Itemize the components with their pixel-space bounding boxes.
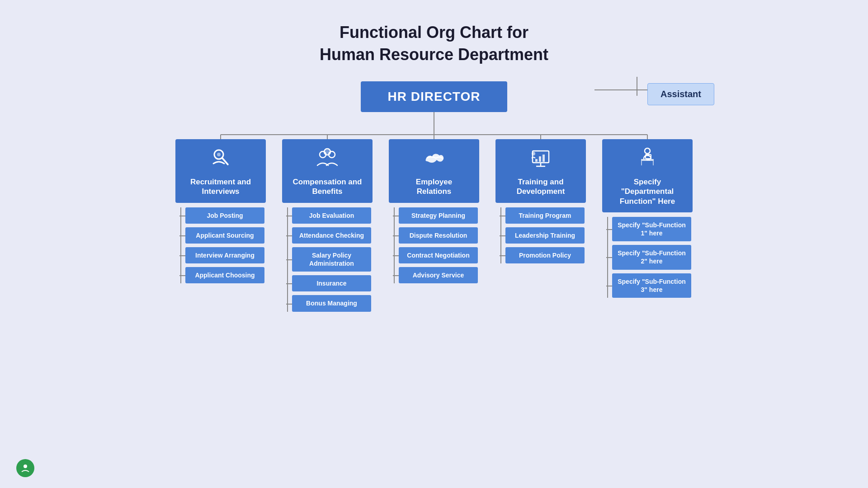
dept-box-custom: Specify "Departmental Function" Here	[602, 139, 693, 212]
recruitment-icon	[209, 146, 232, 173]
sub-item: Job Posting	[185, 207, 264, 224]
sub-item: Specify "Sub-Function 2" here	[612, 245, 691, 269]
page-title: Functional Org Chart for Human Resource …	[0, 0, 868, 66]
director-box: HR DIRECTOR	[361, 81, 508, 112]
sub-item: Strategy Planning	[399, 207, 478, 224]
director-row: HR DIRECTOR Assistant	[118, 77, 750, 112]
sub-item: Attendance Checking	[292, 227, 371, 244]
dept-box-compensation: Compensation and Benefits	[282, 139, 373, 203]
chart-wrapper: HR DIRECTOR Assistant	[118, 77, 750, 312]
sub-item: Training Program	[505, 207, 585, 224]
sub-item: Insurance	[292, 275, 371, 291]
sub-item: Applicant Sourcing	[185, 227, 264, 244]
sub-item: Interview Arranging	[185, 247, 264, 263]
dept-label-employee-relations: Employee Relations	[416, 177, 452, 197]
sub-item: Specify "Sub-Function 3" here	[612, 273, 691, 298]
employee-relations-icon	[422, 146, 446, 173]
svg-rect-17	[539, 156, 541, 162]
training-icon	[529, 146, 552, 173]
dept-box-employee-relations: Employee Relations	[389, 139, 479, 203]
sub-item: Leadership Training	[505, 227, 585, 244]
svg-point-27	[24, 465, 27, 468]
sub-item: Salary Policy Administration	[292, 247, 371, 272]
sub-item: Job Evaluation	[292, 207, 371, 224]
svg-rect-18	[542, 155, 545, 162]
sub-item: Bonus Managing	[292, 295, 371, 311]
sub-items-compensation: Job Evaluation Attendance Checking Salar…	[282, 207, 373, 312]
sub-item: Dispute Resolution	[399, 227, 478, 244]
sub-item: Advisory Service	[399, 267, 478, 283]
dept-custom: Specify "Departmental Function" Here Spe…	[602, 139, 693, 312]
custom-dept-icon	[636, 146, 659, 173]
sub-item: Specify "Sub-Function 1" here	[612, 217, 691, 241]
dept-label-recruitment: Recruitment and Interviews	[190, 177, 251, 197]
dept-box-recruitment: Recruitment and Interviews	[175, 139, 266, 203]
svg-point-12	[324, 149, 330, 155]
svg-point-19	[532, 152, 535, 155]
watermark	[16, 459, 34, 477]
sub-items-employee-relations: Strategy Planning Dispute Resolution Con…	[389, 207, 479, 284]
dept-compensation: Compensation and Benefits Job Evaluation…	[282, 139, 373, 312]
dept-box-training: Training and Development	[495, 139, 586, 203]
sub-item: Contract Negotiation	[399, 247, 478, 263]
assistant-box: Assistant	[647, 83, 714, 105]
sub-items-custom: Specify "Sub-Function 1" here Specify "S…	[602, 217, 693, 298]
svg-point-9	[217, 153, 221, 156]
svg-rect-23	[653, 161, 654, 165]
svg-point-20	[645, 148, 650, 154]
compensation-icon	[316, 146, 339, 173]
dept-training: Training and Development Training Progra…	[495, 139, 586, 312]
sub-item: Applicant Choosing	[185, 267, 264, 283]
sub-items-training: Training Program Leadership Training Pro…	[495, 207, 586, 264]
svg-rect-16	[535, 159, 538, 162]
chart-area: HR DIRECTOR Assistant	[0, 77, 868, 312]
dept-employee-relations: Employee Relations Strategy Planning Dis…	[389, 139, 479, 312]
dept-label-custom: Specify "Departmental Function" Here	[608, 177, 687, 206]
dept-recruitment: Recruitment and Interviews Job Posting A…	[175, 139, 266, 312]
dept-label-compensation: Compensation and Benefits	[292, 177, 362, 197]
sub-item: Promotion Policy	[505, 247, 585, 263]
dept-label-training: Training and Development	[517, 177, 565, 197]
sub-items-recruitment: Job Posting Applicant Sourcing Interview…	[175, 207, 266, 284]
departments-row: Recruitment and Interviews Job Posting A…	[118, 112, 750, 312]
svg-rect-22	[641, 161, 642, 165]
